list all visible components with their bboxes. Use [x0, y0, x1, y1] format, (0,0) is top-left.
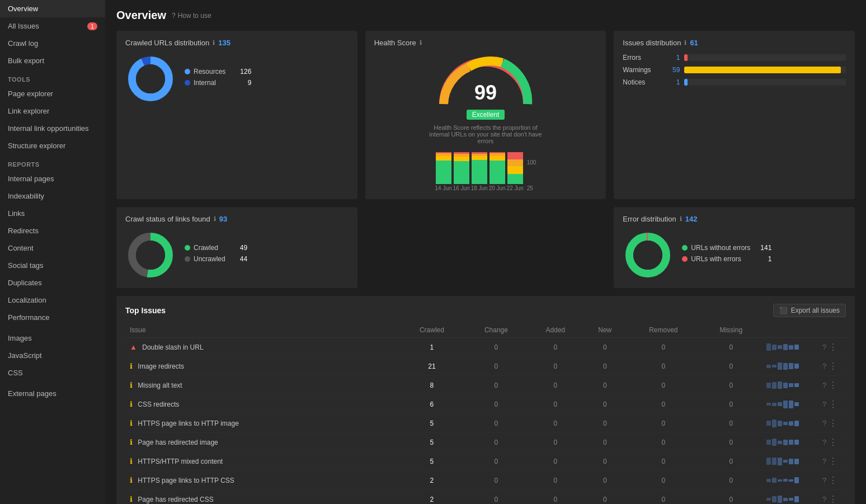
sidebar-item-localization[interactable]: Localization [0, 291, 105, 309]
sidebar-item-structure-explorer[interactable]: Structure explorer [0, 137, 105, 154]
sidebar-item-links[interactable]: Links [0, 205, 105, 222]
table-row[interactable]: ℹ Page has redirected image 5 0 0 0 0 0 … [125, 433, 846, 452]
help-icon-btn[interactable]: ? [822, 476, 826, 484]
issue-missing: 0 [700, 490, 763, 505]
sidebar-item-external-pages[interactable]: External pages [0, 385, 105, 402]
table-row[interactable]: ℹ HTTPS page links to HTTP image 5 0 0 0… [125, 414, 846, 433]
issue-crawled: 5 [399, 433, 464, 452]
help-icon-btn[interactable]: ? [822, 495, 826, 503]
more-options-btn[interactable]: ⋮ [829, 342, 837, 352]
no-error-count: 141 [754, 244, 771, 252]
issue-crawled: 1 [399, 338, 464, 357]
issue-label: Missing alt text [138, 381, 182, 389]
health-score-card: Health Score ℹ 99 Excellent Health Score… [365, 31, 606, 199]
help-icon-btn[interactable]: ? [822, 343, 826, 351]
issue-label-cell: ℹ HTTPS page links to HTTP image [125, 414, 399, 433]
sidebar-item-crawl-log[interactable]: Crawl log [0, 35, 105, 52]
table-row[interactable]: ℹ HTTPS page links to HTTP CSS 2 0 0 0 0… [125, 471, 846, 490]
issue-crawled: 2 [399, 490, 464, 505]
info-icon-crawl-status[interactable]: ℹ [214, 215, 216, 223]
warn-icon: ℹ [130, 438, 133, 446]
svg-point-8 [136, 241, 165, 270]
help-icon-btn[interactable]: ? [822, 381, 826, 389]
issue-change: 0 [464, 395, 528, 414]
error-dist-legend: URLs without errors 141 URLs with errors… [682, 244, 771, 266]
issue-sparkbar-cell [762, 452, 818, 471]
info-icon-issues[interactable]: ℹ [684, 39, 686, 46]
sidebar-item-indexability[interactable]: Indexability [0, 187, 105, 205]
reports-section-label: Reports [0, 154, 105, 170]
second-cards-row: Crawl status of links found ℹ 93 Crawled [116, 207, 855, 288]
issue-label-cell: ℹ Page has redirected image [125, 433, 399, 452]
issue-added: 0 [528, 471, 583, 490]
sidebar-item-overview[interactable]: Overview [0, 0, 105, 17]
table-row[interactable]: ℹ Page has redirected CSS 2 0 0 0 0 0 ? … [125, 490, 846, 505]
info-icon-health[interactable]: ℹ [420, 39, 422, 46]
sidebar-item-redirects[interactable]: Redirects [0, 222, 105, 239]
sidebar-item-css[interactable]: CSS [0, 364, 105, 381]
issue-actions-cell: ? ⋮ [818, 433, 846, 452]
sidebar-item-bulk-export[interactable]: Bulk export [0, 52, 105, 69]
more-options-btn[interactable]: ⋮ [829, 361, 837, 371]
sparkbar [766, 477, 813, 483]
issue-missing: 0 [700, 338, 763, 357]
help-icon-btn[interactable]: ? [822, 457, 826, 465]
top-issues-table: Issue Crawled Change Added New Removed M… [125, 323, 846, 504]
issue-label: HTTPS/HTTP mixed content [138, 458, 223, 465]
how-to-use-link[interactable]: ? How to use [172, 12, 211, 20]
more-options-btn[interactable]: ⋮ [829, 437, 837, 448]
help-icon-btn[interactable]: ? [822, 438, 826, 446]
issue-sparkbar-cell [762, 490, 818, 505]
sidebar-item-all-issues[interactable]: All Issues 1 [0, 17, 105, 35]
more-options-btn[interactable]: ⋮ [829, 494, 837, 504]
help-icon-btn[interactable]: ? [822, 362, 826, 370]
sidebar-item-javascript[interactable]: JavaScript [0, 347, 105, 364]
col-change: Change [464, 323, 528, 338]
info-icon-error-dist[interactable]: ℹ [680, 215, 682, 223]
svg-text:99: 99 [474, 81, 497, 104]
col-crawled: Crawled [399, 323, 464, 338]
export-all-issues-button[interactable]: ⬛ Export all issues [773, 304, 846, 317]
sidebar-item-images[interactable]: Images [0, 329, 105, 347]
sidebar-item-performance[interactable]: Performance [0, 309, 105, 326]
health-score-gauge: 99 [435, 54, 536, 110]
table-row[interactable]: ℹ Image redirects 21 0 0 0 0 0 ? ⋮ [125, 357, 846, 376]
sidebar-item-link-explorer[interactable]: Link explorer [0, 102, 105, 120]
help-icon-btn[interactable]: ? [822, 419, 826, 427]
sidebar-item-internal-link-opp[interactable]: Internal link opportunities [0, 120, 105, 137]
sidebar: Overview All Issues 1 Crawl log Bulk exp… [0, 0, 105, 504]
sparkbar [766, 401, 813, 408]
sidebar-item-content[interactable]: Content [0, 239, 105, 257]
error-icon: ▲ [130, 343, 137, 351]
more-options-btn[interactable]: ⋮ [829, 399, 837, 409]
more-options-btn[interactable]: ⋮ [829, 456, 837, 467]
export-icon: ⬛ [779, 307, 788, 314]
issue-crawled: 6 [399, 395, 464, 414]
sidebar-item-duplicates[interactable]: Duplicates [0, 274, 105, 291]
crawled-urls-title: Crawled URLs distribution [125, 39, 209, 47]
more-options-btn[interactable]: ⋮ [829, 475, 837, 486]
issue-crawled: 5 [399, 452, 464, 471]
crawled-urls-donut [125, 54, 176, 104]
issue-label-cell: ℹ HTTPS/HTTP mixed content [125, 452, 399, 471]
table-row[interactable]: ℹ HTTPS/HTTP mixed content 5 0 0 0 0 0 ?… [125, 452, 846, 471]
issue-change: 0 [464, 414, 528, 433]
uncrawled-count: 44 [229, 255, 247, 263]
sidebar-item-page-explorer[interactable]: Page explorer [0, 85, 105, 102]
table-row[interactable]: ℹ Missing alt text 8 0 0 0 0 0 ? ⋮ [125, 376, 846, 395]
table-row[interactable]: ▲ Double slash in URL 1 0 0 0 0 0 ? ⋮ [125, 338, 846, 357]
error-dist-title: Error distribution [623, 215, 676, 223]
sidebar-item-internal-pages[interactable]: Internal pages [0, 170, 105, 187]
crawled-urls-legend: Resources 126 Internal 9 [185, 68, 251, 90]
info-icon-crawled[interactable]: ℹ [213, 39, 215, 46]
more-options-btn[interactable]: ⋮ [829, 380, 837, 390]
table-row[interactable]: ℹ CSS redirects 6 0 0 0 0 0 ? ⋮ [125, 395, 846, 414]
issue-added: 0 [528, 452, 583, 471]
issue-new: 0 [583, 433, 627, 452]
sidebar-item-social-tags[interactable]: Social tags [0, 257, 105, 274]
health-score-desc: Health Score reflects the proportion of … [424, 124, 547, 144]
issue-missing: 0 [700, 395, 763, 414]
help-icon-btn[interactable]: ? [822, 400, 826, 408]
more-options-btn[interactable]: ⋮ [829, 418, 837, 428]
issue-sparkbar-cell [762, 414, 818, 433]
